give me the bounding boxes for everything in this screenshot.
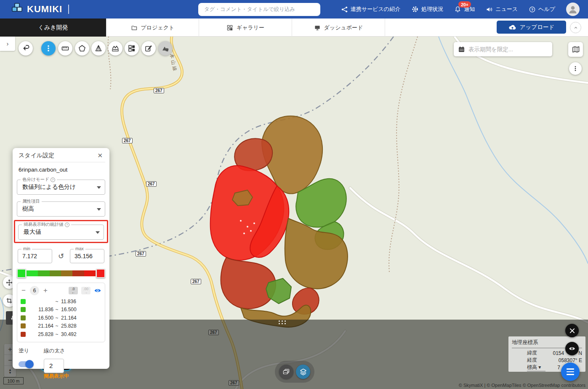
menu-fab-button[interactable] <box>561 363 580 381</box>
pentagon-icon <box>78 44 86 53</box>
decrease-classes-button[interactable]: − <box>21 288 27 294</box>
range-from: 16.500 <box>29 315 53 321</box>
nav-tabs: プロジェクト ギャラリー ダッシュボード <box>106 19 385 36</box>
mountain-ruler-icon <box>111 44 120 53</box>
tab-projects[interactable]: プロジェクト <box>106 19 199 37</box>
latitude-value: 0154 <box>553 350 564 356</box>
fill-toggle[interactable] <box>19 361 33 367</box>
tool-menu-button[interactable] <box>41 41 56 56</box>
menu-item-services[interactable]: 連携サービスの紹介 <box>341 5 400 13</box>
tab-label: プロジェクト <box>141 24 175 32</box>
edit-pencil-icon <box>144 44 153 53</box>
upload-button[interactable]: アップロード <box>497 21 566 34</box>
legend-color-chip[interactable] <box>21 315 26 320</box>
color-mode-value: 数値列による色分け <box>22 183 76 191</box>
attribute-select[interactable]: 属性項目 樹高 <box>17 201 105 217</box>
tab-gallery[interactable]: ギャラリー <box>199 19 292 37</box>
tab-dashboard[interactable]: ダッシュボード <box>292 19 385 37</box>
report-tool-button[interactable] <box>125 41 139 56</box>
color-mode-select[interactable]: 色分けモード? 数値列による色分け <box>17 180 105 195</box>
workspace-tab[interactable]: くみき開発 <box>0 19 106 37</box>
date-filter[interactable] <box>454 42 552 56</box>
legend-row[interactable]: 21.164 ~ 25.828 <box>21 322 101 331</box>
collapse-header-button[interactable] <box>570 22 581 33</box>
brand[interactable]: KUMIKI <box>0 3 198 16</box>
avatar[interactable] <box>566 3 580 16</box>
decimal-decrease-button[interactable]: .0← <box>69 287 78 294</box>
menu-item-notifications[interactable]: 通知 20+ <box>454 5 475 13</box>
decimal-increase-button[interactable]: .00→ <box>81 287 90 294</box>
volume-tool-button[interactable] <box>91 41 106 56</box>
panel-title: スタイル設定 <box>19 152 54 159</box>
statistic-select[interactable]: 簡易表示時の統計値? 最大値 <box>18 225 104 240</box>
date-filter-input[interactable] <box>468 46 540 53</box>
chevron-up-icon <box>573 25 579 31</box>
close-overlay-button[interactable] <box>565 324 579 337</box>
search-input[interactable] <box>198 3 320 16</box>
brand-divider <box>68 5 69 14</box>
eye-icon[interactable] <box>94 288 101 294</box>
visibility-button[interactable] <box>565 342 579 355</box>
chevron-down-icon <box>97 186 101 189</box>
move-icon <box>5 279 13 286</box>
polygon-tool-button[interactable] <box>75 41 89 56</box>
max-value: 35.156 <box>74 253 93 259</box>
calendar-icon <box>458 46 465 53</box>
terrain-icon <box>161 44 170 53</box>
legend-color-chip[interactable] <box>21 307 26 312</box>
range-to: 11.836 <box>60 299 85 304</box>
basemap-button[interactable] <box>568 42 583 57</box>
map-area[interactable]: 本山線 267 267 <box>0 37 588 389</box>
style-settings-panel: スタイル設定 ✕ 6rinpan.carbon_out 色分けモード? 数値列に… <box>13 148 109 369</box>
max-label: max <box>75 246 84 251</box>
legend-color-chip[interactable] <box>21 323 26 328</box>
map-options-button[interactable] <box>569 62 582 75</box>
help-icon[interactable]: ? <box>51 177 55 182</box>
panel-close-button[interactable]: ✕ <box>96 151 104 160</box>
edit-tool-button[interactable] <box>141 41 156 56</box>
menu-item-help[interactable]: ? ヘルプ <box>529 5 555 13</box>
topbar-menu: 連携サービスの紹介 処理状況 通知 20+ <box>320 3 588 16</box>
longitude-unit: ° E <box>575 357 582 363</box>
route-shield: 267 <box>146 181 157 187</box>
range-from: 11.836 <box>29 307 53 312</box>
elevation-label[interactable]: 標高 ▾ <box>527 364 545 371</box>
app-root: KUMIKI 連携サービスの紹介 処理状況 <box>0 0 588 389</box>
sidebar-expand-button[interactable]: › <box>0 36 15 51</box>
undo-button[interactable] <box>19 41 33 56</box>
tab-label: ダッシュボード <box>324 24 363 32</box>
gradient-handle-max[interactable] <box>96 269 105 278</box>
imagery-button[interactable] <box>279 365 293 379</box>
legend-color-chip[interactable] <box>21 332 26 337</box>
legend-row[interactable]: 16.500 ~ 21.164 <box>21 314 101 322</box>
elevation-tool-button[interactable] <box>108 41 122 56</box>
help-icon[interactable]: ? <box>65 222 69 227</box>
overlay-drag-handle[interactable] <box>279 320 286 324</box>
layers-button[interactable] <box>296 365 310 379</box>
legend-row[interactable]: 11.836 ~ 16.500 <box>21 306 101 314</box>
max-field[interactable]: max 35.156 <box>70 249 104 263</box>
color-gradient-bar[interactable] <box>27 270 96 276</box>
gradient-handle-min[interactable] <box>17 269 26 278</box>
line-width-input[interactable] <box>44 359 64 373</box>
gear-icon <box>411 5 419 13</box>
range-to: 16.500 <box>60 307 85 312</box>
close-icon <box>569 328 575 333</box>
notification-badge: 20+ <box>458 1 471 8</box>
menu-item-processing[interactable]: 処理状況 <box>411 5 443 13</box>
legend-color-chip[interactable] <box>21 299 26 304</box>
legend-row[interactable]: 25.828 ~ 30.492 <box>21 330 101 339</box>
menu-item-news[interactable]: ニュース <box>486 5 518 13</box>
measure-button[interactable] <box>58 41 72 56</box>
undo-icon <box>21 44 30 53</box>
legend-row[interactable]: ~ 11.836 <box>21 297 101 306</box>
reset-range-button[interactable]: ↺ <box>58 252 64 261</box>
min-value: 7.172 <box>22 253 37 259</box>
min-field[interactable]: min 7.172 <box>18 249 52 263</box>
longitude-value: 058307 <box>559 357 575 363</box>
simple-display-label: 簡易表示中 <box>37 373 76 380</box>
route-shield: 267 <box>136 251 146 257</box>
color-mode-label: 色分けモード <box>22 177 49 183</box>
increase-classes-button[interactable]: + <box>43 288 48 294</box>
photos-icon <box>282 368 290 376</box>
